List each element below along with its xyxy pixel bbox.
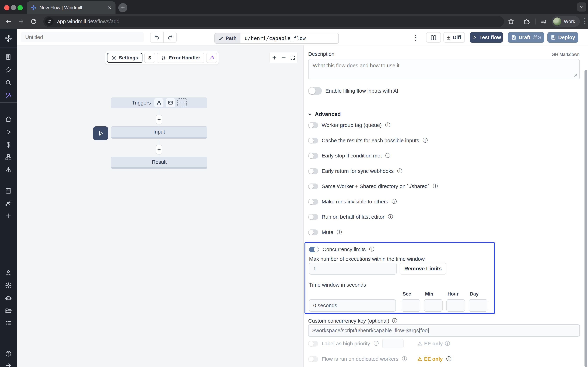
info-icon[interactable]: ⓘ — [374, 340, 379, 347]
undo-button[interactable] — [150, 32, 163, 42]
info-icon[interactable]: ⓘ — [402, 355, 407, 362]
result-node[interactable]: Result — [111, 157, 207, 169]
zoom-out-icon[interactable] — [281, 55, 286, 60]
info-icon[interactable]: ⓘ — [385, 122, 390, 129]
info-icon[interactable]: ⓘ — [388, 213, 393, 220]
redo-button[interactable] — [163, 32, 176, 42]
back-icon[interactable] — [5, 18, 12, 25]
sidebar-item-help-icon[interactable] — [5, 350, 12, 357]
browser-menu-icon[interactable]: ⋮ — [581, 17, 588, 25]
dedicated-workers-toggle[interactable] — [308, 356, 318, 362]
sidebar-item-variables-dollar-icon[interactable] — [5, 141, 12, 148]
resize-grip-icon[interactable] — [574, 73, 577, 77]
forward-icon[interactable] — [17, 18, 25, 25]
info-icon[interactable]: ⓘ — [385, 152, 390, 159]
info-icon[interactable]: ⓘ — [337, 229, 342, 236]
concurrency-toggle[interactable] — [309, 247, 319, 252]
info-icon[interactable]: ⓘ — [445, 340, 450, 347]
sidebar-item-workspace-building-icon[interactable] — [5, 53, 12, 60]
variables-dollar-button[interactable]: $ — [144, 53, 155, 63]
info-icon[interactable]: ⓘ — [392, 198, 397, 205]
invisible-runs-toggle[interactable] — [308, 199, 318, 205]
worker-group-toggle[interactable] — [308, 122, 318, 128]
settings-button[interactable]: Settings — [107, 53, 142, 63]
cache-results-toggle[interactable] — [308, 138, 318, 143]
run-input-button[interactable] — [93, 126, 108, 140]
zoom-in-icon[interactable] — [272, 55, 277, 60]
new-tab-button[interactable] — [118, 3, 127, 12]
advanced-section-header[interactable]: Advanced — [307, 111, 341, 117]
add-trigger-button[interactable] — [177, 98, 187, 107]
windmill-logo-icon[interactable] — [4, 34, 13, 43]
webhook-trigger-button[interactable] — [154, 98, 164, 107]
sidebar-expand-arrow-icon[interactable] — [5, 362, 12, 367]
error-handler-button[interactable]: Error Handler — [157, 53, 204, 63]
deploy-button[interactable]: Deploy — [547, 32, 578, 43]
sidebar-item-folders-icon[interactable] — [5, 307, 12, 314]
run-on-behalf-toggle[interactable] — [308, 214, 318, 220]
address-bar[interactable]: app.windmill.dev/flows/add — [43, 16, 504, 27]
ai-inputs-toggle[interactable] — [308, 87, 322, 95]
early-return-toggle[interactable] — [308, 168, 318, 174]
toolbar-menu-icon[interactable]: ⋮ — [412, 33, 419, 42]
max-executions-input[interactable] — [309, 263, 397, 275]
tab-search-button[interactable] — [577, 2, 586, 12]
info-icon[interactable]: ⓘ — [423, 137, 428, 144]
sidebar-item-home-icon[interactable] — [5, 116, 12, 123]
insert-step-button[interactable] — [156, 115, 162, 125]
site-info-icon[interactable] — [45, 17, 53, 26]
sidebar-item-resources-cubes-icon[interactable] — [5, 154, 12, 161]
bookmark-star-icon[interactable] — [508, 18, 515, 25]
priority-value-input[interactable] — [382, 339, 404, 348]
description-textarea[interactable] — [308, 59, 580, 79]
sidebar-item-audit-list-icon[interactable] — [5, 320, 12, 327]
remove-limits-button[interactable]: Remove Limits — [400, 263, 446, 275]
sidebar-item-settings-gear-icon[interactable] — [5, 282, 12, 289]
traffic-light-zoom[interactable] — [17, 5, 23, 10]
flow-canvas[interactable]: Settings $ Error Handler Triggers — [17, 45, 303, 367]
day-input[interactable] — [469, 299, 487, 312]
info-icon[interactable]: ⓘ — [392, 317, 397, 324]
sidebar-item-runs-play-icon[interactable] — [5, 129, 12, 136]
sidebar-item-triggers-prism-icon[interactable] — [5, 166, 12, 173]
email-trigger-button[interactable] — [166, 98, 175, 107]
same-worker-toggle[interactable] — [308, 184, 318, 189]
sec-input[interactable] — [402, 299, 420, 312]
early-stop-toggle[interactable] — [308, 153, 318, 159]
flow-name-input[interactable] — [21, 32, 144, 42]
info-icon[interactable]: ⓘ — [433, 183, 438, 190]
input-node[interactable]: Input — [111, 126, 207, 139]
info-icon[interactable]: ⓘ — [369, 246, 374, 253]
high-priority-toggle[interactable] — [308, 341, 318, 347]
traffic-light-minimize[interactable] — [11, 5, 16, 10]
test-flow-button[interactable]: Test flow — [470, 32, 503, 43]
min-input[interactable] — [424, 299, 442, 312]
info-icon[interactable]: ⓘ — [397, 167, 402, 175]
docs-book-button[interactable] — [426, 32, 441, 43]
fit-view-icon[interactable] — [290, 55, 295, 60]
media-playlist-icon[interactable] — [540, 18, 547, 25]
mute-toggle[interactable] — [308, 229, 318, 235]
triggers-node[interactable]: Triggers — [111, 98, 207, 108]
sidebar-item-schedules-calendar-icon[interactable] — [5, 187, 12, 194]
custom-key-input[interactable] — [308, 324, 580, 337]
time-window-input[interactable] — [309, 299, 396, 312]
sidebar-item-user-icon[interactable] — [5, 269, 12, 276]
traffic-light-close[interactable] — [4, 5, 9, 10]
hour-input[interactable] — [446, 299, 465, 312]
browser-profile-button[interactable]: Work — [552, 16, 580, 27]
draft-button[interactable]: Draft ⌘S — [508, 32, 544, 43]
extensions-puzzle-icon[interactable] — [523, 18, 530, 25]
path-value[interactable]: u/henri/capable_flow — [241, 33, 338, 43]
diff-button[interactable]: ± Diff — [443, 32, 465, 43]
sidebar-item-add-plus-icon[interactable] — [5, 212, 12, 219]
browser-tab[interactable]: New Flow | Windmill × — [26, 1, 115, 14]
panel-scrollbar[interactable] — [585, 70, 587, 367]
tab-close-icon[interactable]: × — [108, 5, 112, 11]
sidebar-item-favorites-star-icon[interactable] — [5, 67, 12, 73]
sidebar-item-ai-wand-icon[interactable] — [5, 92, 12, 99]
reload-icon[interactable] — [30, 18, 37, 25]
sidebar-item-search-icon[interactable] — [5, 79, 12, 86]
info-icon[interactable]: ⓘ — [446, 355, 451, 362]
insert-step-button[interactable] — [156, 145, 162, 154]
